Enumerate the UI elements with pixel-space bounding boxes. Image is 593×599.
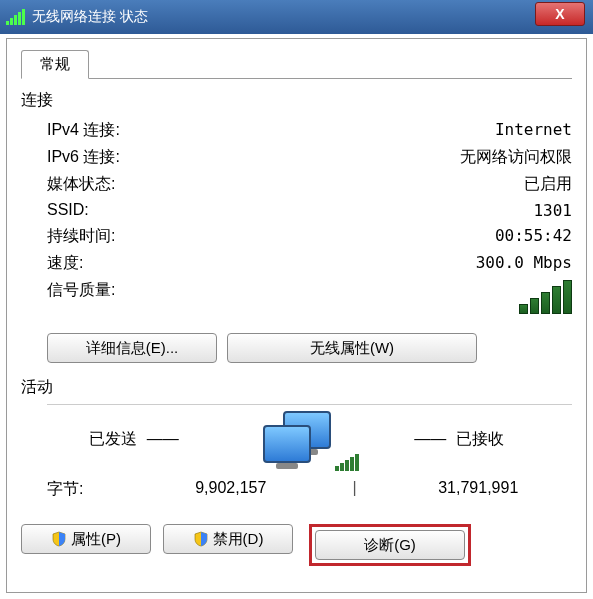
row-media: 媒体状态: 已启用	[21, 171, 572, 198]
signal-icon	[6, 9, 26, 25]
bytes-received: 31,791,991	[385, 479, 573, 500]
row-signal: 信号质量:	[21, 277, 572, 317]
disable-button[interactable]: 禁用(D)	[163, 524, 293, 554]
close-icon: X	[555, 6, 564, 22]
speed-label: 速度:	[47, 253, 83, 274]
window-title: 无线网络连接 状态	[32, 8, 148, 26]
wireless-properties-button[interactable]: 无线属性(W)	[227, 333, 477, 363]
bytes-label: 字节:	[47, 479, 137, 500]
row-ssid: SSID: 1301	[21, 198, 572, 223]
client-area: 常规 连接 IPv4 连接: Internet IPv6 连接: 无网络访问权限…	[6, 38, 587, 593]
connection-buttons: 详细信息(E)... 无线属性(W)	[47, 333, 572, 363]
ssid-value: 1301	[533, 201, 572, 220]
tab-general[interactable]: 常规	[21, 50, 89, 79]
disable-label: 禁用(D)	[213, 530, 264, 549]
ssid-label: SSID:	[47, 201, 89, 220]
row-ipv4: IPv4 连接: Internet	[21, 117, 572, 144]
separator	[47, 404, 572, 405]
row-speed: 速度: 300.0 Mbps	[21, 250, 572, 277]
shield-icon	[193, 531, 209, 547]
ipv6-label: IPv6 连接:	[47, 147, 120, 168]
ipv4-label: IPv4 连接:	[47, 120, 120, 141]
activity-group: 活动 已发送—— ——已接收 字节: 9,902	[21, 377, 572, 506]
duration-value: 00:55:42	[495, 226, 572, 247]
received-label: ——已接收	[337, 429, 573, 450]
media-label: 媒体状态:	[47, 174, 115, 195]
media-value: 已启用	[524, 174, 572, 195]
row-duration: 持续时间: 00:55:42	[21, 223, 572, 250]
activity-graphic: 已发送—— ——已接收	[21, 411, 572, 467]
bytes-divider: |	[325, 479, 385, 500]
properties-label: 属性(P)	[71, 530, 121, 549]
bottom-buttons: 属性(P) 禁用(D) 诊断(G)	[21, 524, 572, 566]
mini-signal-icon	[335, 454, 359, 471]
connection-heading: 连接	[21, 90, 572, 111]
network-monitors-icon	[257, 411, 337, 467]
duration-label: 持续时间:	[47, 226, 115, 247]
titlebar: 无线网络连接 状态 X	[0, 0, 593, 34]
bytes-sent: 9,902,157	[137, 479, 325, 500]
close-button[interactable]: X	[535, 2, 585, 26]
details-button-label: 详细信息(E)...	[86, 339, 179, 358]
sent-label: 已发送——	[21, 429, 257, 450]
ipv6-value: 无网络访问权限	[460, 147, 572, 168]
details-button[interactable]: 详细信息(E)...	[47, 333, 217, 363]
bytes-row: 字节: 9,902,157 | 31,791,991	[21, 469, 572, 506]
diagnose-highlight: 诊断(G)	[309, 524, 471, 566]
signal-bars-icon	[519, 280, 572, 314]
window-wireless-status: 无线网络连接 状态 X 常规 连接 IPv4 连接: Internet IPv6…	[0, 0, 593, 599]
speed-value: 300.0 Mbps	[476, 253, 572, 274]
diagnose-label: 诊断(G)	[364, 536, 416, 555]
tab-strip: 常规	[21, 49, 572, 78]
diagnose-button[interactable]: 诊断(G)	[315, 530, 465, 560]
signal-label: 信号质量:	[47, 280, 115, 314]
activity-heading: 活动	[21, 377, 572, 398]
connection-group: 连接 IPv4 连接: Internet IPv6 连接: 无网络访问权限 媒体…	[21, 90, 572, 363]
ipv4-value: Internet	[495, 120, 572, 141]
wireless-properties-label: 无线属性(W)	[310, 339, 394, 358]
properties-button[interactable]: 属性(P)	[21, 524, 151, 554]
row-ipv6: IPv6 连接: 无网络访问权限	[21, 144, 572, 171]
shield-icon	[51, 531, 67, 547]
